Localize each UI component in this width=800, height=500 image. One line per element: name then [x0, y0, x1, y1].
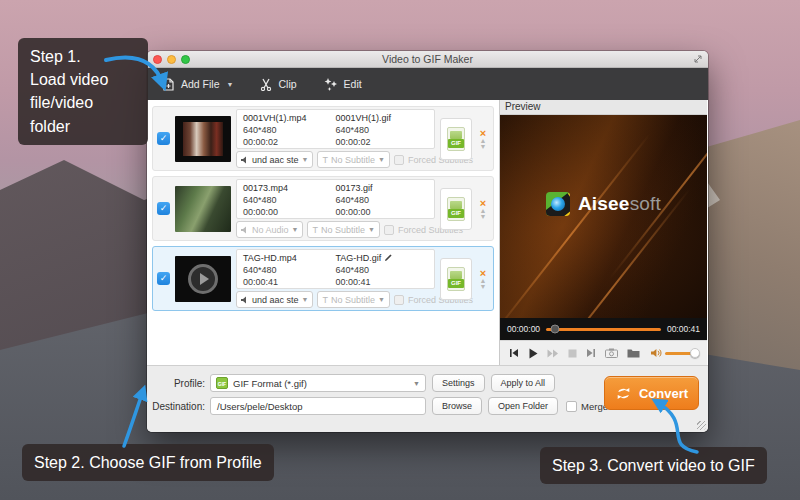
gif-output-button[interactable]: GIF [440, 258, 472, 300]
volume-slider[interactable] [665, 352, 698, 355]
edit-button[interactable]: Edit [323, 77, 362, 92]
row-checkbox[interactable]: ✓ [157, 132, 170, 145]
chevron-down-icon: ▼ [368, 226, 375, 233]
row-checkbox[interactable]: ✓ [157, 272, 170, 285]
output-resolution: 640*480 [336, 264, 429, 276]
video-thumbnail[interactable] [175, 256, 231, 302]
volume-knob[interactable] [690, 348, 700, 358]
subtitle-t-icon: T [322, 155, 328, 165]
convert-button[interactable]: Convert [604, 376, 699, 410]
open-snapshot-folder-button[interactable] [627, 348, 640, 358]
chevron-down-icon: ▼ [378, 156, 385, 163]
total-time: 00:00:41 [667, 324, 700, 334]
chevron-down-icon: ▼ [302, 296, 309, 303]
subtitle-dropdown[interactable]: T No Subtitle ▼ [317, 291, 389, 308]
edit-label: Edit [344, 78, 362, 90]
add-file-caret-icon[interactable]: ▼ [227, 81, 234, 88]
remove-file-icon[interactable]: × [480, 198, 486, 208]
titlebar[interactable]: Video to GIF Maker [147, 51, 708, 68]
add-file-label: Add File [181, 78, 220, 90]
window-resize-grip[interactable] [697, 421, 706, 430]
video-thumbnail [175, 186, 231, 232]
clip-button[interactable]: Clip [259, 77, 296, 91]
preview-panel: Preview Aiseesoft 00:00:00 00:00:41 [500, 100, 707, 365]
gif-file-icon: GIF [447, 267, 465, 291]
audio-track-value: und aac ste [252, 155, 299, 165]
skip-forward-button[interactable] [586, 348, 596, 358]
gif-output-button[interactable]: GIF [440, 118, 472, 160]
source-resolution: 640*480 [243, 194, 336, 206]
add-file-button[interactable]: Add File ▼ [161, 77, 233, 92]
apply-to-all-button[interactable]: Apply to All [491, 374, 556, 392]
rename-pencil-icon[interactable] [384, 253, 393, 262]
gif-file-icon: GIF [447, 197, 465, 221]
chevron-down-icon: ▼ [292, 226, 299, 233]
file-row-3[interactable]: ✓ TAG-HD.mp4 640*480 00:00:41 TAG-HD.gif… [152, 246, 494, 311]
speaker-icon [241, 156, 249, 164]
row-info: 00173.mp4 640*480 00:00:00 00173.gif 640… [236, 179, 435, 238]
app-window: Video to GIF Maker Add File ▼ Clip [147, 51, 708, 432]
scissors-icon [259, 77, 273, 91]
audio-track-dropdown[interactable]: und aac ste ▼ [236, 151, 313, 168]
main-content: ✓ 0001VH(1).mp4 640*480 00:00:02 0001VH(… [147, 100, 708, 365]
source-filename: 00173.mp4 [243, 182, 336, 194]
source-filename: TAG-HD.mp4 [243, 252, 336, 264]
output-resolution: 640*480 [336, 124, 429, 136]
browse-button[interactable]: Browse [432, 397, 482, 415]
checkbox-box [566, 401, 577, 412]
volume-control[interactable] [651, 348, 698, 358]
open-folder-button[interactable]: Open Folder [488, 397, 558, 415]
row-info: TAG-HD.mp4 640*480 00:00:41 TAG-HD.gif 6… [236, 249, 435, 308]
convert-label: Convert [639, 386, 688, 401]
aiseesoft-logo-icon [546, 192, 570, 216]
subtitle-dropdown[interactable]: T No Subtitle ▼ [317, 151, 389, 168]
audio-track-value: und aac ste [252, 295, 299, 305]
move-down-icon[interactable]: ▼ [480, 214, 487, 220]
row-checkbox[interactable]: ✓ [157, 202, 170, 215]
step2-callout: Step 2. Choose GIF from Profile [22, 444, 274, 481]
source-duration: 00:00:00 [243, 206, 336, 218]
file-row-2[interactable]: ✓ 00173.mp4 640*480 00:00:00 00173.gif 6… [152, 176, 494, 241]
seek-slider[interactable] [546, 328, 661, 331]
checkbox-box [394, 295, 404, 305]
remove-file-icon[interactable]: × [480, 128, 486, 138]
playback-controls [500, 340, 707, 365]
source-resolution: 640*480 [243, 124, 336, 136]
snapshot-button[interactable] [605, 348, 618, 358]
remove-file-icon[interactable]: × [480, 268, 486, 278]
move-down-icon[interactable]: ▼ [480, 284, 487, 290]
gif-output-button[interactable]: GIF [440, 188, 472, 230]
source-duration: 00:00:41 [243, 276, 336, 288]
skip-back-button[interactable] [509, 348, 519, 358]
toolbar: Add File ▼ Clip Edit [147, 68, 708, 100]
seek-knob[interactable] [551, 325, 560, 334]
subtitle-value: No Subtitle [321, 225, 365, 235]
preview-video-area[interactable]: Aiseesoft [500, 115, 707, 318]
convert-arrows-icon [615, 386, 632, 401]
audio-track-dropdown[interactable]: und aac ste ▼ [236, 291, 313, 308]
play-button[interactable] [528, 348, 538, 359]
file-info-box: 0001VH(1).mp4 640*480 00:00:02 0001VH(1)… [236, 109, 435, 149]
source-duration: 00:00:02 [243, 136, 336, 148]
row-info: 0001VH(1).mp4 640*480 00:00:02 0001VH(1)… [236, 109, 435, 168]
profile-select[interactable]: GIF Format (*.gif) ▼ [210, 374, 426, 392]
output-resolution: 640*480 [336, 194, 429, 206]
audio-track-dropdown[interactable]: No Audio ▼ [236, 221, 303, 238]
destination-label: Destination: [147, 401, 205, 412]
fullscreen-icon[interactable] [693, 54, 703, 64]
output-duration: 00:00:02 [336, 136, 429, 148]
stop-button[interactable] [568, 349, 577, 358]
move-down-icon[interactable]: ▼ [480, 144, 487, 150]
destination-input[interactable]: /Users/pele/Desktop [210, 397, 426, 415]
settings-button[interactable]: Settings [432, 374, 485, 392]
subtitle-dropdown[interactable]: T No Subtitle ▼ [307, 221, 379, 238]
add-file-icon [161, 77, 176, 92]
speaker-icon [241, 226, 249, 234]
fast-forward-button[interactable] [547, 349, 559, 358]
window-title: Video to GIF Maker [147, 53, 708, 65]
file-row-1[interactable]: ✓ 0001VH(1).mp4 640*480 00:00:02 0001VH(… [152, 106, 494, 171]
output-duration: 00:00:00 [336, 206, 429, 218]
step1-callout: Step 1. Load video file/video folder [18, 38, 148, 145]
step1-line2: Load video [30, 68, 136, 91]
play-overlay-icon[interactable] [188, 264, 218, 294]
